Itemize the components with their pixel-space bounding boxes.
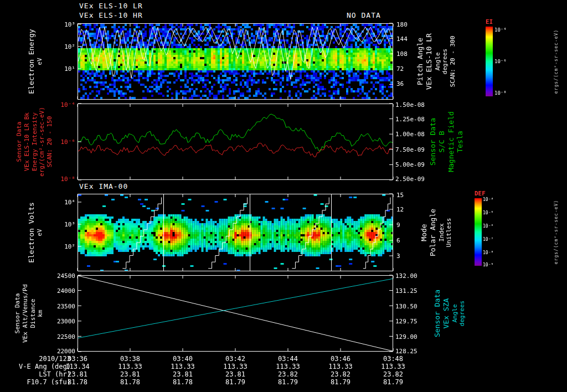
footer-value: 113.33 bbox=[374, 363, 413, 370]
axis-label-line: Distance bbox=[29, 299, 37, 328]
panel2-right-axis-label: Sensor Data S/C B Magnetic Field Tesla bbox=[429, 111, 465, 172]
panel-els-spectrogram bbox=[78, 23, 393, 100]
footer-time: 03:36 bbox=[58, 355, 97, 363]
panel2-y-axis-label: Sensor Data VEx ELS-10 LR Bk Energy Inte… bbox=[16, 107, 54, 177]
axis-tick: 10⁻⁸ bbox=[53, 176, 75, 183]
colorbar-tick: 10⁻⁴ bbox=[483, 197, 493, 202]
axis-label-line: SCAN: 20 - 300 bbox=[449, 36, 457, 87]
def-colorbar bbox=[475, 198, 482, 266]
panel-altitude-sza bbox=[78, 275, 393, 352]
colorbar-tick: 10⁻⁸ bbox=[483, 250, 493, 255]
axis-label-line: SCAN: 20 - 150 bbox=[46, 116, 54, 168]
axis-tick: 7.50e-09 bbox=[395, 146, 425, 153]
def-colorbar-title: DEF bbox=[475, 190, 486, 197]
footer-value: 113.33 bbox=[111, 363, 150, 370]
axis-tick: 22000 bbox=[49, 348, 75, 355]
footer-value: 23.81 bbox=[58, 370, 97, 378]
panel4-y-axis-label: Sensor Data VEx Alt/Venus/Pd Distance km bbox=[14, 284, 44, 343]
panel1-y-axis-label: Electron Energy eV bbox=[27, 29, 44, 94]
axis-tick: 10⁻⁶ bbox=[53, 138, 75, 146]
footer-value: 81.79 bbox=[269, 378, 307, 386]
axis-label-line: Tesla bbox=[455, 131, 464, 152]
footer-value: 81.78 bbox=[111, 378, 150, 386]
footer-time: 03:40 bbox=[163, 355, 202, 363]
axis-label-line: degrees bbox=[458, 301, 466, 326]
panel-ima-spectrogram bbox=[78, 194, 393, 271]
axis-label-line: VEx ELS-10 LR Bk bbox=[23, 112, 30, 171]
axis-tick: 130.50 bbox=[395, 303, 417, 310]
axis-tick: 9 bbox=[396, 221, 400, 229]
axis-tick: 10¹ bbox=[53, 65, 75, 73]
axis-tick: 1.00e-08 bbox=[395, 131, 425, 138]
axis-label-line: Sensor Data bbox=[16, 122, 23, 162]
axis-tick: 132.00 bbox=[395, 272, 417, 280]
axis-tick: 129.00 bbox=[395, 333, 417, 341]
panel4-right-axis-label: Sensor Data VEx SZA Angle degrees bbox=[433, 290, 466, 337]
panel-intensity-bfield bbox=[78, 104, 393, 180]
axis-tick: 72 bbox=[396, 65, 404, 73]
axis-tick: 128.25 bbox=[395, 348, 417, 355]
axis-label-line: Magnetic Field bbox=[446, 111, 455, 172]
axis-tick: 24500 bbox=[49, 272, 75, 280]
axis-label-line: Angle bbox=[434, 52, 442, 70]
footer-value: 23.81 bbox=[111, 370, 150, 378]
axis-label-line: Electron Energy bbox=[27, 29, 36, 94]
footer-value: 23.82 bbox=[321, 370, 360, 378]
colorbar-tick: 10⁻⁷ bbox=[483, 237, 493, 242]
axis-label-line: Index bbox=[438, 223, 446, 241]
axis-label-line: Pitch Angle bbox=[416, 38, 425, 85]
footer-value: 113.34 bbox=[58, 363, 97, 370]
axis-tick: 15 bbox=[396, 192, 404, 199]
axis-tick: 1.25e-08 bbox=[395, 116, 425, 123]
footer-value: 81.79 bbox=[374, 378, 413, 386]
axis-label-line: erg/(cm²-sr-sec-eV) bbox=[38, 107, 46, 177]
axis-label-line: Polar Angle bbox=[429, 209, 437, 256]
axis-label-line: S/C B bbox=[437, 131, 446, 152]
axis-label-line: Mode bbox=[420, 224, 429, 241]
footer-value: 23.82 bbox=[374, 370, 413, 378]
panel1-title-hr: VEx ELS-10 HR bbox=[79, 11, 143, 19]
axis-tick: 5.00e-09 bbox=[395, 161, 425, 168]
axis-tick: 3 bbox=[396, 252, 400, 260]
axis-label-line: Sensor Data bbox=[14, 293, 22, 334]
footer-value: 81.79 bbox=[216, 378, 255, 386]
axis-tick: 22500 bbox=[49, 333, 75, 341]
axis-tick: 10⁴ bbox=[53, 199, 75, 206]
no-data-label: NO DATA bbox=[347, 11, 381, 19]
ei-colorbar-title: EI bbox=[486, 18, 493, 25]
intensity-bfield-lines bbox=[78, 104, 393, 179]
axis-tick: 12 bbox=[396, 206, 404, 213]
axis-tick: 108 bbox=[396, 50, 408, 58]
colorbar-tick: 10⁻⁹ bbox=[483, 262, 493, 267]
axis-tick: 10³ bbox=[53, 221, 75, 228]
colorbar-tick: 10⁻⁶ bbox=[483, 224, 493, 229]
axis-tick: 131.25 bbox=[395, 287, 417, 295]
vex-orbit-summary-plot: VEx ELS-10 LR VEx ELS-10 HR NO DATA VEx … bbox=[0, 0, 567, 392]
axis-label-line: eV bbox=[36, 229, 44, 236]
colorbar-tick: 10⁻⁶ bbox=[494, 59, 507, 64]
colorbar-tick: 10⁻⁸ bbox=[494, 90, 507, 96]
axis-tick: 180 bbox=[396, 21, 408, 28]
axis-label-line: degrees bbox=[441, 49, 449, 74]
ei-colorbar bbox=[486, 27, 493, 96]
axis-label-line: Electron Volts bbox=[27, 202, 36, 263]
footer-time: 03:38 bbox=[111, 355, 150, 363]
axis-tick: 36 bbox=[396, 80, 404, 87]
axis-tick: 129.75 bbox=[395, 318, 417, 325]
axis-label-line: Energy Intensity bbox=[30, 112, 38, 171]
axis-tick: 2.50e-09 bbox=[395, 176, 425, 183]
axis-tick: 144 bbox=[396, 35, 408, 43]
axis-tick: 1.50e-08 bbox=[395, 101, 425, 109]
footer-value: 113.33 bbox=[216, 363, 255, 370]
footer-value: 81.79 bbox=[321, 378, 360, 386]
axis-label-line: Unitless bbox=[445, 218, 453, 247]
footer-value: 81.78 bbox=[58, 378, 97, 386]
footer-time: 03:48 bbox=[374, 355, 413, 363]
footer-value: 23.81 bbox=[163, 370, 202, 378]
els-spectrogram-image bbox=[78, 24, 393, 99]
panel1-title-lr: VEx ELS-10 LR bbox=[79, 2, 143, 10]
panel3-y-axis-label: Electron Volts eV bbox=[27, 202, 44, 263]
colorbar-tick: 10⁻⁵ bbox=[483, 210, 493, 215]
footer-value: 113.33 bbox=[321, 363, 360, 370]
axis-tick: 10³ bbox=[53, 21, 75, 28]
